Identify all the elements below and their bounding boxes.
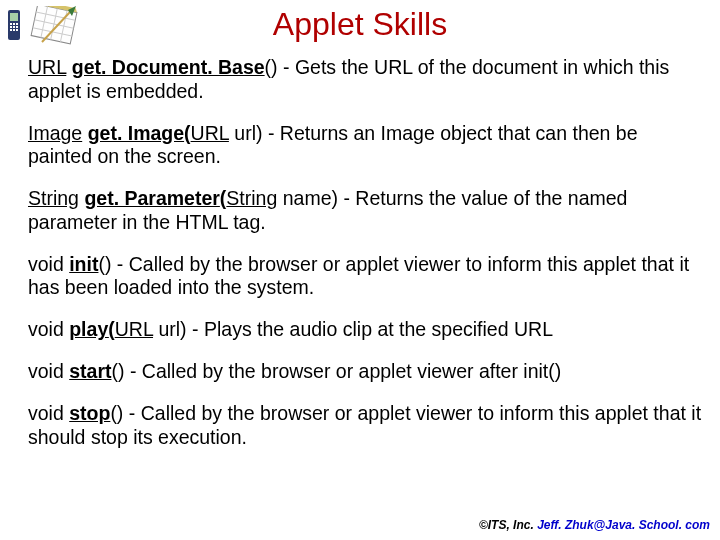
list-item: void start() - Called by the browser or … [28, 360, 702, 384]
footer-email: Jeff. Zhuk@Java. School. com [537, 518, 710, 532]
method-name: get. Document. Base [72, 56, 265, 78]
param-type: String [226, 187, 277, 209]
method-name: get. Image [88, 122, 184, 144]
list-item: String get. Parameter(String name) - Ret… [28, 187, 702, 235]
method-desc: - Called by the browser or applet viewer… [28, 402, 701, 448]
method-name: init [69, 253, 98, 275]
slide-title: Applet Skills [0, 0, 720, 43]
method-desc: - Plays the audio clip at the specified … [187, 318, 553, 340]
return-type: void [28, 360, 64, 382]
list-item: URL get. Document. Base() - Gets the URL… [28, 56, 702, 104]
copyright-text: ©ITS, Inc. [479, 518, 537, 532]
svg-rect-5 [10, 26, 12, 28]
return-type: void [28, 253, 64, 275]
method-desc: - Called by the browser or applet viewer… [124, 360, 561, 382]
list-item: void play(URL url) - Plays the audio cli… [28, 318, 702, 342]
method-list: URL get. Document. Base() - Gets the URL… [28, 56, 702, 467]
method-name: get. Parameter [84, 187, 219, 209]
param-type: URL [115, 318, 153, 340]
logo-image [6, 6, 78, 50]
return-type: void [28, 318, 64, 340]
return-type: String [28, 187, 79, 209]
svg-rect-8 [10, 29, 12, 31]
svg-rect-6 [13, 26, 15, 28]
svg-rect-10 [16, 29, 18, 31]
return-type: void [28, 402, 64, 424]
svg-rect-3 [13, 23, 15, 25]
svg-rect-2 [10, 23, 12, 25]
list-item: void stop() - Called by the browser or a… [28, 402, 702, 450]
return-type: Image [28, 122, 82, 144]
svg-rect-4 [16, 23, 18, 25]
list-item: Image get. Image(URL url) - Returns an I… [28, 122, 702, 170]
param-type: URL [191, 122, 229, 144]
return-type: URL [28, 56, 66, 78]
footer: ©ITS, Inc. Jeff. Zhuk@Java. School. com [479, 518, 710, 532]
method-name: play [69, 318, 108, 340]
svg-rect-1 [10, 13, 18, 21]
method-desc: - Called by the browser or applet viewer… [28, 253, 689, 299]
method-name: stop [69, 402, 110, 424]
list-item: void init() - Called by the browser or a… [28, 253, 702, 301]
method-name: start [69, 360, 111, 382]
svg-rect-7 [16, 26, 18, 28]
svg-rect-9 [13, 29, 15, 31]
